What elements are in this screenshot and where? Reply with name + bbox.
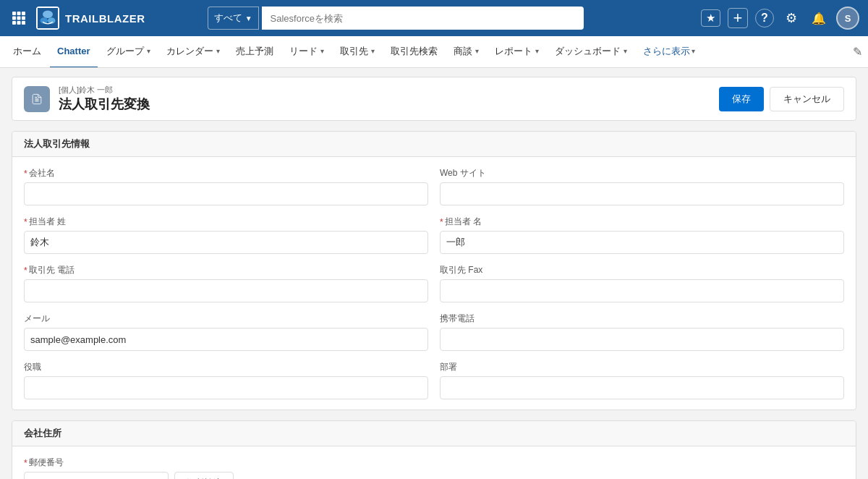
user-avatar[interactable]: S	[836, 7, 859, 30]
main-navigation: ホーム Chatter グループ ▾ カレンダー ▾ 売上予測 リード ▾ 取引…	[0, 36, 868, 68]
email-input[interactable]	[24, 328, 428, 351]
company-name-input[interactable]	[24, 182, 428, 205]
last-name-input[interactable]	[24, 231, 428, 254]
nav-item-accounts[interactable]: 取引先 ▾	[333, 36, 382, 68]
app-name-label: TRAILBLAZER	[65, 12, 145, 25]
form-col-postal: * 郵便番号	[24, 457, 169, 479]
label-title: 役職	[24, 361, 428, 373]
nav-item-forecast[interactable]: 売上予測	[229, 36, 281, 68]
nav-item-opportunities[interactable]: 商談 ▾	[446, 36, 486, 68]
app-launcher-icon[interactable]	[9, 8, 29, 28]
title-input[interactable]	[24, 376, 428, 399]
nav-item-chatter[interactable]: Chatter	[50, 36, 98, 68]
form-body-2: * 郵便番号 住所検索 * 都道府県 東京都 大	[12, 446, 856, 479]
settings-icon[interactable]: ⚙	[781, 8, 801, 28]
label-website: Web サイト	[440, 167, 844, 179]
notifications-icon[interactable]: 🔔	[809, 8, 829, 28]
form-col-title: 役職	[24, 361, 428, 399]
chevron-down-icon: ▾	[371, 47, 375, 55]
fax-input[interactable]	[440, 279, 844, 302]
form-col-department: 部署	[440, 361, 844, 399]
page-title: 法人取引先変換	[59, 96, 719, 113]
svg-rect-3	[12, 17, 16, 20]
form-row-phone-fax: * 取引先 電話 取引先 Fax	[24, 264, 844, 302]
chevron-down-icon: ▼	[245, 14, 252, 22]
nav-item-calendar[interactable]: カレンダー ▾	[159, 36, 227, 68]
label-firstname: * 担当者 名	[440, 216, 844, 228]
section-header-2: 会社住所	[12, 421, 856, 446]
label-mobile: 携帯電話	[440, 313, 844, 325]
chevron-down-icon: ▾	[147, 47, 150, 55]
form-col-mobile: 携帯電話	[440, 313, 844, 351]
svg-rect-1	[17, 12, 21, 15]
page-header-actions: 保存 キャンセル	[719, 87, 844, 111]
svg-rect-8	[22, 21, 25, 25]
page-subtitle: [個人]鈴木 一郎	[59, 85, 719, 96]
label-phone: * 取引先 電話	[24, 264, 428, 276]
nav-item-groups[interactable]: グループ ▾	[99, 36, 158, 68]
form-row-title-dept: 役職 部署	[24, 361, 844, 399]
add-icon[interactable]: +	[728, 8, 748, 28]
nav-icons-group: ★ + ? ⚙ 🔔 S	[701, 7, 859, 30]
edit-nav-icon[interactable]: ✎	[853, 45, 862, 59]
form-col-email: メール	[24, 313, 428, 351]
nav-item-leads[interactable]: リード ▾	[282, 36, 331, 68]
nav-item-reports[interactable]: レポート ▾	[488, 36, 546, 68]
corporate-account-section: 法人取引先情報 * 会社名 Web サイト	[12, 131, 856, 410]
svg-rect-0	[12, 12, 16, 15]
svg-rect-7	[17, 21, 21, 25]
logo-area: TRAILBLAZER	[36, 7, 145, 30]
label-lastname: * 担当者 姓	[24, 216, 428, 228]
chevron-down-icon: ▾	[535, 47, 539, 55]
mobile-input[interactable]	[440, 328, 844, 351]
form-col-firstname: * 担当者 名	[440, 216, 844, 254]
svg-point-10	[43, 11, 53, 19]
nav-item-account-search[interactable]: 取引先検索	[383, 36, 445, 68]
phone-input[interactable]	[24, 279, 428, 302]
search-area: すべて ▼	[208, 7, 584, 30]
favorites-icon[interactable]: ★	[701, 9, 720, 27]
form-row-email-mobile: メール 携帯電話	[24, 313, 844, 351]
website-input[interactable]	[440, 182, 844, 205]
form-body-1: * 会社名 Web サイト * 担当者 姓	[12, 157, 856, 410]
label-company: * 会社名	[24, 167, 428, 179]
form-row-name: * 担当者 姓 * 担当者 名	[24, 216, 844, 254]
form-col-fax: 取引先 Fax	[440, 264, 844, 302]
svg-rect-2	[22, 12, 25, 15]
label-department: 部署	[440, 361, 844, 373]
form-col-company: * 会社名	[24, 167, 428, 205]
help-icon[interactable]: ?	[755, 9, 774, 27]
svg-rect-4	[17, 17, 21, 20]
page-header: [個人]鈴木 一郎 法人取引先変換 保存 キャンセル	[12, 77, 856, 121]
label-fax: 取引先 Fax	[440, 264, 844, 276]
nav-item-more[interactable]: さらに表示 ▾	[636, 36, 702, 68]
chevron-down-icon: ▾	[216, 47, 220, 55]
search-scope-dropdown[interactable]: すべて ▼	[208, 7, 259, 30]
nav-item-dashboards[interactable]: ダッシュボード ▾	[548, 36, 634, 68]
page-header-text: [個人]鈴木 一郎 法人取引先変換	[59, 85, 719, 113]
chevron-down-icon: ▾	[624, 47, 627, 55]
page-icon	[24, 86, 50, 112]
app-logo	[36, 7, 59, 30]
cancel-button[interactable]: キャンセル	[770, 87, 844, 111]
nav-item-home[interactable]: ホーム	[6, 36, 48, 68]
svg-rect-5	[22, 17, 25, 20]
address-section: 会社住所 * 郵便番号 住所検索 * 都道府県	[12, 420, 856, 479]
address-search-button[interactable]: 住所検索	[174, 472, 234, 479]
save-button[interactable]: 保存	[719, 87, 764, 111]
content-area: [個人]鈴木 一郎 法人取引先変換 保存 キャンセル 法人取引先情報 * 会社名	[0, 68, 868, 479]
form-col-website: Web サイト	[440, 167, 844, 205]
postal-code-row: * 郵便番号 住所検索	[24, 457, 844, 479]
search-input[interactable]	[262, 7, 584, 30]
svg-rect-6	[12, 21, 16, 25]
form-row-company-website: * 会社名 Web サイト	[24, 167, 844, 205]
first-name-input[interactable]	[440, 231, 844, 254]
label-postal: * 郵便番号	[24, 457, 169, 469]
postal-code-input[interactable]	[24, 472, 169, 479]
section-header-1: 法人取引先情報	[12, 132, 856, 157]
chevron-down-icon: ▾	[475, 47, 479, 55]
department-input[interactable]	[440, 376, 844, 399]
label-email: メール	[24, 313, 428, 325]
top-navigation: TRAILBLAZER すべて ▼ ★ + ? ⚙ 🔔 S	[0, 0, 868, 36]
chevron-down-icon: ▾	[320, 47, 324, 55]
